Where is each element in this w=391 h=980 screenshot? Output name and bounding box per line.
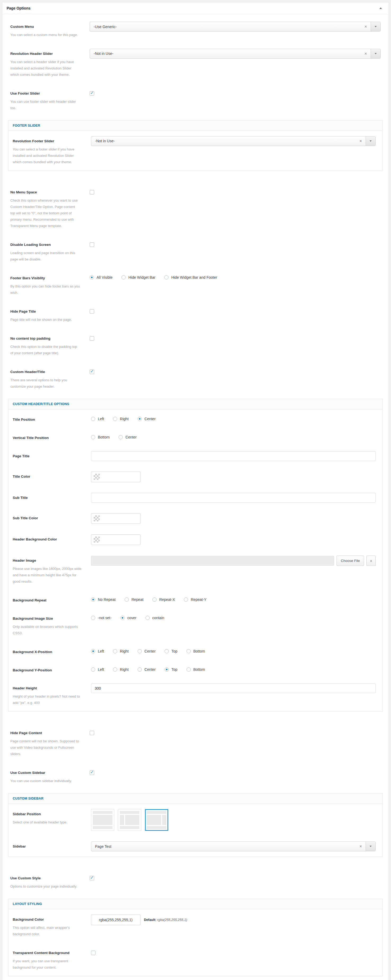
header-background-color-input[interactable]	[91, 535, 141, 545]
custom-menu-select[interactable]: -Use Generic-	[90, 22, 381, 32]
radio-option[interactable]: Hide Widget Bar and Footer	[164, 275, 217, 280]
page-title-input[interactable]	[91, 451, 376, 461]
section-custom-header-title-options: CUSTOM HEADER/TITLE OPTIONS Title Positi…	[8, 399, 383, 712]
radio-option[interactable]: Bottom	[91, 435, 109, 439]
radio-option[interactable]: Top	[165, 667, 177, 671]
sidebar-position-options	[91, 809, 376, 831]
sub-title-input[interactable]	[91, 493, 376, 503]
field-label: Header Image	[13, 558, 81, 563]
radio-option[interactable]: Center	[138, 417, 155, 421]
radio-option[interactable]: Right	[113, 649, 128, 653]
field-label: Sub Title	[13, 495, 81, 501]
row-background-repeat: Background Repeat No RepeatRepeatRepeat-…	[8, 590, 383, 608]
clear-icon[interactable]	[361, 25, 370, 29]
clear-icon[interactable]	[361, 52, 370, 56]
clear-icon[interactable]	[356, 844, 366, 848]
header-height-input[interactable]	[91, 683, 376, 693]
clear-icon[interactable]	[356, 139, 366, 143]
field-desc: Page title will not be shown on the page…	[10, 317, 80, 323]
radio-option[interactable]: Left	[91, 667, 104, 671]
radio-option[interactable]: No Repeat	[91, 597, 116, 602]
disable-loading-screen-checkbox[interactable]	[90, 242, 94, 247]
field-desc: By this option you can hide footer bars …	[10, 283, 80, 296]
radio-icon	[119, 435, 123, 439]
field-label: No content top padding	[10, 336, 80, 341]
radio-icon	[152, 597, 157, 602]
field-label: Sidebar	[13, 844, 81, 849]
radio-option[interactable]: Repeat-Y	[184, 597, 206, 602]
transparent-content-background-checkbox[interactable]	[91, 951, 95, 955]
row-transparent-content-background: Transparent Content Background If you wa…	[8, 943, 383, 976]
title-color-input[interactable]	[91, 472, 141, 482]
sidebar-position-right[interactable]	[145, 809, 168, 831]
radio-icon	[120, 616, 125, 620]
radio-option[interactable]: Top	[165, 649, 177, 653]
sub-title-color-input[interactable]	[91, 513, 141, 524]
radio-option[interactable]: All Visible	[90, 275, 112, 280]
row-sidebar: Sidebar Page Test	[8, 836, 383, 856]
revolution-footer-slider-select[interactable]: -Not in Use-	[91, 136, 376, 146]
selected-value: -Not in Use-	[91, 139, 356, 143]
use-custom-sidebar-checkbox[interactable]	[90, 770, 94, 775]
radio-option[interactable]: Repeat-X	[152, 597, 175, 602]
use-footer-slider-checkbox[interactable]	[90, 91, 94, 95]
custom-header-title-checkbox[interactable]	[90, 369, 94, 374]
radio-option[interactable]: Center	[119, 435, 136, 439]
field-label: Background Color	[13, 917, 81, 922]
field-desc: Page content will not be shown. Supposed…	[10, 738, 80, 757]
layout-background-color-input[interactable]	[91, 915, 141, 925]
chevron-down-icon[interactable]	[366, 137, 375, 146]
row-hide-page-title: Hide Page Title Page title will not be s…	[2, 301, 389, 328]
field-label: Sidebar Position	[13, 812, 81, 817]
radio-option[interactable]: Bottom	[187, 649, 205, 653]
radio-option[interactable]: Center	[138, 649, 155, 653]
chevron-down-icon[interactable]	[370, 22, 380, 31]
radio-option[interactable]: Center	[138, 667, 155, 671]
row-header-background-color: Header Background Color	[8, 529, 383, 550]
radio-option[interactable]: Left	[91, 417, 104, 421]
radio-option[interactable]: Bottom	[187, 667, 205, 671]
radio-option[interactable]: Repeat	[125, 597, 143, 602]
footer-bars-radio-group: All VisibleHide Widget BarHide Widget Ba…	[90, 273, 381, 280]
choose-file-button[interactable]: Choose File	[337, 555, 364, 566]
radio-icon	[91, 649, 95, 653]
clear-file-button[interactable]: x	[366, 555, 376, 566]
radio-option[interactable]: Right	[113, 667, 128, 671]
radio-option[interactable]: Hide Widget Bar	[122, 275, 155, 280]
field-label: No Menu Space	[10, 190, 80, 195]
no-content-top-padding-checkbox[interactable]	[90, 336, 94, 341]
radio-icon	[91, 417, 95, 421]
default-value-note: Default: rgba(255,255,255,1)	[144, 918, 187, 922]
radio-option[interactable]: Left	[91, 649, 104, 653]
sidebar-position-full-width[interactable]	[91, 809, 114, 831]
radio-icon	[91, 435, 95, 439]
selected-value: -Use Generic-	[90, 25, 361, 29]
sidebar-position-left[interactable]	[118, 809, 141, 831]
header-image-path-field	[91, 556, 334, 566]
radio-option[interactable]: cover	[120, 616, 136, 620]
transparency-swatch-icon	[93, 536, 100, 542]
field-label: Hide Page Title	[10, 309, 80, 314]
no-menu-space-checkbox[interactable]	[90, 190, 94, 194]
chevron-down-icon[interactable]	[366, 842, 375, 851]
radio-option[interactable]: -not set-	[91, 616, 111, 620]
field-desc: You can use footer slider with header sl…	[10, 99, 80, 111]
radio-option[interactable]: Right	[113, 417, 128, 421]
collapse-toggle-button[interactable]	[377, 6, 385, 11]
row-title-position: Title Position LeftRightCenter	[8, 409, 383, 428]
chevron-down-icon[interactable]	[370, 49, 380, 58]
hide-page-content-checkbox[interactable]	[90, 731, 94, 735]
hide-page-title-checkbox[interactable]	[90, 309, 94, 314]
radio-option[interactable]: contain	[146, 616, 164, 620]
sidebar-select[interactable]: Page Test	[91, 842, 376, 851]
row-background-y-position: Background Y-Position LeftRightCenterTop…	[8, 660, 383, 678]
field-label: Revolution Footer Slider	[13, 139, 81, 144]
use-custom-style-checkbox[interactable]	[90, 876, 94, 880]
background-repeat-radio-group: No RepeatRepeatRepeat-XRepeat-Y	[91, 595, 376, 602]
radio-icon	[122, 275, 126, 280]
revolution-header-slider-select[interactable]: -Not in Use-	[90, 49, 381, 59]
field-label: Vertical Title Position	[13, 436, 81, 441]
page-options-header[interactable]: Page Options	[2, 2, 389, 14]
row-revolution-header-slider: Revolution Header Slider You can select …	[2, 43, 389, 83]
field-label: Title Position	[13, 417, 81, 422]
